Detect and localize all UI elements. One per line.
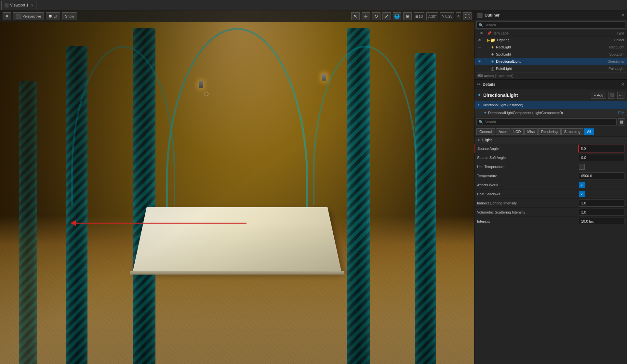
component-lightcomponent-item[interactable]: ✦ DirectionalLightComponent (LightCompon… <box>474 109 627 117</box>
outliner-close-button[interactable]: ✕ <box>621 13 624 18</box>
add-component-button[interactable]: + Add <box>591 92 606 99</box>
viewport-tab[interactable]: ⬛ Viewport 1 ✕ <box>1 1 36 10</box>
item-label-text: PointLight <box>496 67 593 71</box>
affects-world-checkbox[interactable]: ✓ <box>579 182 585 188</box>
item-type-text: Directional <box>593 59 626 63</box>
list-item[interactable]: 👁 ▶📁 Lighting Folder <box>474 36 627 44</box>
angle-group[interactable]: △ 10° <box>426 12 438 20</box>
main-layout: ≡ ⬛ Perspective Lit Show ↖ ✛ ↻ <box>0 10 627 364</box>
details-grid-view-button[interactable]: ▦ <box>618 118 625 125</box>
properties-area: ▼ Light Source Angle Source Soft Angle <box>474 136 627 364</box>
snap-button[interactable]: ⊕ <box>403 12 412 20</box>
perspective-button[interactable]: ⬛ Perspective <box>13 12 44 20</box>
filter-tab-lod[interactable]: LOD <box>511 128 524 135</box>
filter-tab-general[interactable]: General <box>476 128 495 135</box>
scale-tool-button[interactable]: ⤢ <box>382 12 391 20</box>
more-options-button[interactable]: ⋯ <box>617 92 624 99</box>
translate-tool-button[interactable]: ✛ <box>362 12 370 20</box>
details-close-button[interactable]: ✕ <box>621 82 624 87</box>
grid-size-group[interactable]: ▦ 10 <box>414 12 424 20</box>
eye-open-icon: 👁 <box>478 38 481 42</box>
right-panel: ⬛ Outliner ✕ 🔍 👁 📌 Item Label Type <box>474 10 627 364</box>
outliner-search-box[interactable]: 🔍 <box>476 21 625 29</box>
item-visibility-toggle[interactable]: — <box>476 65 483 72</box>
list-item[interactable]: — ✦ RectLight RectLight <box>474 44 627 51</box>
lit-button[interactable]: Lit <box>46 12 60 20</box>
spot-light-icon: ✦ <box>491 52 494 57</box>
outliner-panel-icon: ⬛ <box>477 13 483 18</box>
blueprint-button[interactable]: ⬛ <box>608 92 615 99</box>
num-group[interactable]: 4 <box>456 12 461 20</box>
add-label: Add <box>597 93 603 97</box>
actor-name-label: DirectionalLight <box>483 93 589 98</box>
property-row-volumetric-scattering-intensity: Volumetric Scattering Intensity <box>474 208 627 217</box>
hamburger-menu-button[interactable]: ≡ <box>3 12 11 20</box>
source-soft-angle-input[interactable] <box>579 154 624 161</box>
world-space-button[interactable]: 🌐 <box>393 12 401 20</box>
details-panel-icon: ✏ <box>477 82 481 87</box>
edit-component-button[interactable]: Edit <box>618 111 624 115</box>
lit-label: Lit <box>53 14 57 18</box>
show-label: Show <box>65 14 74 18</box>
use-temperature-label: Use Temperature <box>477 165 579 169</box>
details-search-box[interactable]: 🔍 <box>476 118 617 125</box>
item-type-text: RectLight <box>593 45 626 49</box>
outliner-panel-title: Outliner <box>485 13 619 18</box>
light-section-header[interactable]: ▼ Light <box>474 136 627 144</box>
directional-instance-icon: ✦ <box>477 103 480 107</box>
component-lightcomponent-label: DirectionalLightComponent (LightComponen… <box>488 111 563 115</box>
filter-tab-all[interactable]: All <box>584 128 594 135</box>
component-instance-item[interactable]: ✦ DirectionalLight (Instance) <box>474 101 627 109</box>
maximize-button[interactable]: ⛶ <box>463 12 472 20</box>
light-component-icon: ✦ <box>484 110 487 115</box>
details-actor-row: ✦ DirectionalLight + Add ⬛ ⋯ <box>474 89 627 101</box>
lantern-left <box>199 81 203 88</box>
item-type-text: PointLight <box>593 67 626 71</box>
eye-open-icon: 👁 <box>478 59 481 63</box>
eye-col-header: 👁 <box>477 31 486 35</box>
use-temperature-checkbox[interactable] <box>579 164 585 170</box>
type-col-header: Type <box>592 31 624 35</box>
indirect-lighting-intensity-input[interactable] <box>579 200 624 207</box>
source-angle-input[interactable] <box>579 145 624 152</box>
item-label-text: SpotLight <box>496 52 593 56</box>
filter-all-label: All <box>587 130 591 134</box>
details-search-input[interactable] <box>485 120 614 124</box>
point-light-icon: ◎ <box>491 66 494 71</box>
viewport-icon: ⬛ <box>4 3 9 7</box>
white-platform <box>133 207 341 272</box>
source-soft-angle-label: Source Soft Angle <box>477 156 579 160</box>
filter-tab-actor[interactable]: Actor <box>496 128 510 135</box>
list-item[interactable]: — ◎ PointLight PointLight <box>474 65 627 72</box>
hamburger-icon: ≡ <box>6 14 8 19</box>
show-button[interactable]: Show <box>62 12 77 20</box>
filter-tab-rendering[interactable]: Rendering <box>538 128 561 135</box>
list-item[interactable]: — ✦ SpotLight SpotLight <box>474 51 627 58</box>
select-tool-button[interactable]: ↖ <box>351 12 360 20</box>
red-directional-arrow <box>71 223 247 224</box>
cast-shadows-value: ✓ <box>579 191 624 197</box>
temperature-value <box>579 172 624 179</box>
item-visibility-toggle[interactable]: 👁 <box>476 36 483 44</box>
scale-group[interactable]: ⤡ 0.25 <box>440 12 454 20</box>
item-visibility-toggle[interactable]: 👁 <box>476 58 483 65</box>
list-item[interactable]: 👁 ✦ DirectionalLight Directional <box>474 58 627 65</box>
filter-lod-label: LOD <box>514 130 521 134</box>
item-visibility-toggle[interactable]: — <box>476 51 483 58</box>
volumetric-scattering-intensity-input[interactable] <box>579 209 624 216</box>
rotate-tool-button[interactable]: ↻ <box>372 12 380 20</box>
property-row-source-soft-angle: Source Soft Angle <box>474 153 627 162</box>
temperature-input[interactable] <box>579 172 624 179</box>
filter-tab-misc[interactable]: Misc <box>524 128 538 135</box>
item-visibility-toggle[interactable]: — <box>476 44 483 51</box>
indirect-lighting-intensity-label: Indirect Lighting Intensity <box>477 201 579 205</box>
filter-tab-streaming[interactable]: Streaming <box>561 128 583 135</box>
directional-light-icon: ✦ <box>491 59 494 64</box>
viewport-tab-close[interactable]: ✕ <box>31 4 33 7</box>
intensity-input[interactable] <box>579 218 624 225</box>
perspective-label: Perspective <box>22 14 41 18</box>
outliner-search-input[interactable] <box>485 23 623 27</box>
visibility-icon: 👁 <box>480 31 484 35</box>
light-section-title: Light <box>482 138 492 142</box>
cast-shadows-checkbox[interactable]: ✓ <box>579 191 585 197</box>
